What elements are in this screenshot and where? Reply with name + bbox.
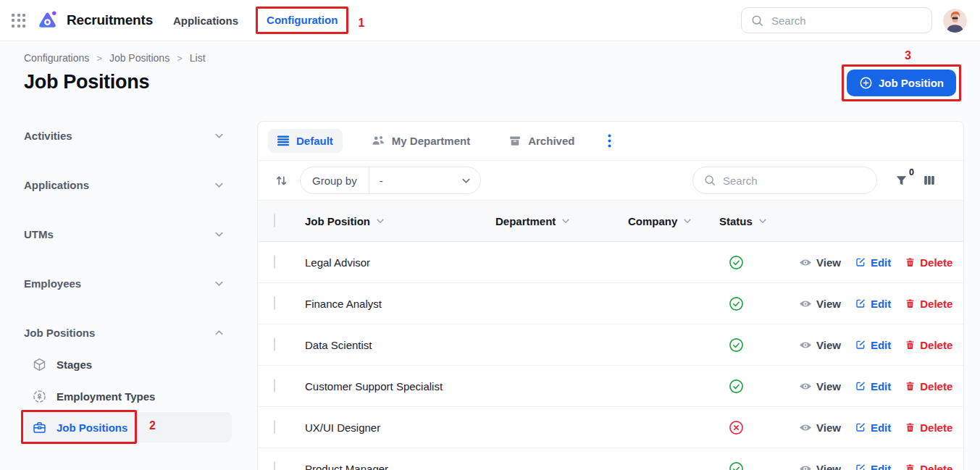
delete-label: Delete: [920, 339, 952, 351]
eye-icon: [799, 463, 812, 470]
row-checkbox[interactable]: [274, 255, 275, 269]
row-checkbox[interactable]: [274, 420, 275, 434]
table-row: Legal Advisor: [258, 242, 963, 283]
global-search-input[interactable]: [771, 14, 923, 27]
eye-icon: [799, 298, 812, 309]
delete-button[interactable]: Delete: [905, 339, 952, 351]
column-header-status[interactable]: Status: [719, 215, 799, 227]
trash-icon: [905, 463, 916, 470]
trash-icon: [905, 380, 916, 392]
table-row: Finance Analyst: [258, 283, 963, 324]
delete-button[interactable]: Delete: [905, 256, 952, 269]
columns-icon[interactable]: [923, 174, 936, 187]
view-button[interactable]: View: [799, 380, 841, 393]
chevron-down-icon: [214, 229, 225, 240]
breadcrumb-list: List: [190, 52, 206, 64]
delete-label: Delete: [920, 256, 952, 269]
table-search-input[interactable]: [723, 175, 866, 187]
delete-button[interactable]: Delete: [905, 298, 952, 310]
job-position-cell: Customer Support Specialist: [305, 380, 495, 393]
view-button[interactable]: View: [799, 463, 841, 470]
view-label: View: [816, 463, 841, 470]
column-header-company[interactable]: Company: [628, 215, 719, 227]
edit-button[interactable]: Edit: [855, 421, 891, 434]
annotation-number-1: 1: [358, 17, 364, 30]
edit-label: Edit: [871, 339, 891, 351]
edit-label: Edit: [871, 256, 891, 269]
eye-icon: [799, 340, 812, 351]
delete-label: Delete: [920, 298, 952, 310]
search-icon: [750, 14, 764, 28]
sidebar-item-stages[interactable]: Stages: [22, 348, 232, 380]
view-label: View: [816, 339, 841, 351]
sidebar-group-label: Employees: [24, 277, 81, 290]
tabs-more-menu[interactable]: [603, 131, 616, 151]
edit-label: Edit: [871, 421, 891, 434]
sidebar-item-employment-types[interactable]: Employment Types: [22, 380, 232, 412]
filter-button[interactable]: 0: [895, 174, 908, 188]
job-position-cell: Data Scientist: [305, 339, 495, 351]
sidebar-group-applications[interactable]: Applications: [22, 175, 232, 195]
view-button[interactable]: View: [799, 421, 841, 434]
app-grid-icon[interactable]: [12, 14, 25, 28]
breadcrumb-configurations[interactable]: Configurations: [24, 52, 89, 64]
tab-default[interactable]: Default: [268, 129, 343, 153]
briefcase-icon: [32, 420, 47, 435]
column-header-job-position[interactable]: Job Position: [305, 215, 495, 227]
pencil-square-icon: [855, 380, 866, 392]
column-label: Status: [719, 215, 753, 227]
sidebar-group-activities[interactable]: Activities: [22, 125, 232, 146]
column-label: Department: [495, 215, 556, 227]
view-button[interactable]: View: [799, 298, 841, 310]
table-row: Data Scientist: [258, 324, 963, 366]
pencil-square-icon: [855, 463, 866, 470]
pencil-square-icon: [855, 298, 866, 309]
sidebar-group-employees[interactable]: Employees: [22, 273, 232, 293]
nav-applications[interactable]: Applications: [173, 14, 238, 27]
view-label: View: [816, 298, 841, 310]
column-label: Company: [628, 215, 677, 227]
row-checkbox[interactable]: [274, 379, 275, 393]
view-button[interactable]: View: [799, 339, 841, 351]
nav-configuration[interactable]: Configuration: [267, 14, 338, 26]
sort-icon[interactable]: [275, 174, 288, 188]
edit-button[interactable]: Edit: [855, 380, 891, 393]
job-position-cell: Product Manager: [305, 463, 495, 470]
column-header-department[interactable]: Department: [495, 215, 628, 227]
row-checkbox[interactable]: [274, 461, 275, 470]
view-button[interactable]: View: [799, 256, 841, 269]
edit-button[interactable]: Edit: [855, 298, 891, 310]
edit-label: Edit: [871, 298, 891, 310]
edit-button[interactable]: Edit: [855, 463, 891, 470]
sidebar-group-job-positions[interactable]: Job Positions: [22, 322, 232, 343]
breadcrumb-job-positions[interactable]: Job Positions: [109, 52, 169, 64]
primary-nav: Applications Configuration 1: [173, 7, 364, 34]
select-all-checkbox[interactable]: [274, 214, 275, 227]
row-checkbox[interactable]: [274, 296, 275, 310]
annotation-box-3: Job Position: [842, 64, 961, 101]
pencil-square-icon: [855, 339, 866, 351]
table-search[interactable]: [692, 167, 877, 194]
sidebar-item-job-positions[interactable]: Job Positions 2: [22, 412, 232, 442]
view-label: View: [816, 256, 841, 269]
edit-button[interactable]: Edit: [855, 256, 891, 269]
delete-button[interactable]: Delete: [905, 421, 952, 434]
add-job-position-button[interactable]: Job Position: [847, 70, 956, 96]
trash-icon: [905, 339, 916, 351]
edit-button[interactable]: Edit: [855, 339, 891, 351]
tab-my-department[interactable]: My Department: [362, 129, 479, 153]
status-icon: [729, 255, 744, 270]
dashed-target-icon: [32, 389, 47, 404]
global-search[interactable]: [741, 7, 932, 33]
table-row: Customer Support Specialist: [258, 366, 963, 407]
group-by-select[interactable]: -: [369, 175, 480, 187]
status-icon: [729, 379, 744, 394]
user-avatar[interactable]: [943, 9, 967, 33]
tab-archived[interactable]: Archived: [499, 129, 584, 153]
sidebar-group-utms[interactable]: UTMs: [22, 224, 232, 244]
pencil-square-icon: [855, 256, 866, 268]
delete-button[interactable]: Delete: [905, 463, 952, 470]
delete-label: Delete: [920, 380, 952, 393]
row-checkbox[interactable]: [274, 337, 275, 351]
delete-button[interactable]: Delete: [905, 380, 952, 393]
